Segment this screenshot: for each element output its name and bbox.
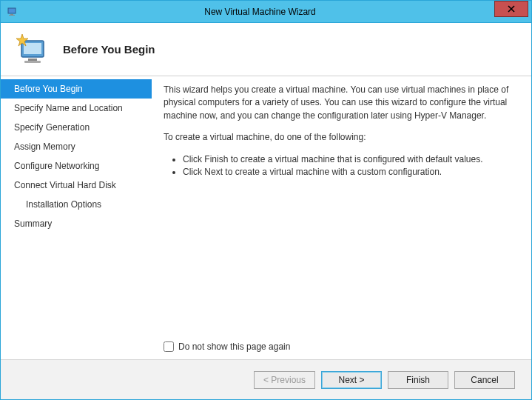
wizard-header: Before You Begin xyxy=(1,23,531,76)
intro-text: This wizard helps you create a virtual m… xyxy=(164,84,514,122)
step-installation-options[interactable]: Installation Options xyxy=(1,195,152,214)
window-title: New Virtual Machine Wizard xyxy=(0,7,531,17)
next-button[interactable]: Next > xyxy=(321,371,382,389)
wizard-content: This wizard helps you create a virtual m… xyxy=(152,76,531,359)
wizard-body: Before You Begin Specify Name and Locati… xyxy=(1,76,531,359)
svg-rect-6 xyxy=(24,43,41,54)
bullet-next: Click Next to create a virtual machine w… xyxy=(183,166,514,179)
wizard-window: New Virtual Machine Wizard Before You Be… xyxy=(0,0,532,400)
step-before-you-begin[interactable]: Before You Begin xyxy=(1,79,152,99)
instruction-text: To create a virtual machine, do one of t… xyxy=(164,131,514,144)
finish-button[interactable]: Finish xyxy=(388,371,448,389)
step-connect-virtual-hard-disk[interactable]: Connect Virtual Hard Disk xyxy=(1,176,152,195)
step-configure-networking[interactable]: Configure Networking xyxy=(1,156,152,176)
wizard-footer: < Previous Next > Finish Cancel xyxy=(1,359,531,399)
wizard-steps-sidebar: Before You Begin Specify Name and Locati… xyxy=(1,76,152,359)
do-not-show-row: Do not show this page again xyxy=(164,341,290,353)
svg-rect-8 xyxy=(24,61,41,63)
bullet-finish: Click Finish to create a virtual machine… xyxy=(183,153,514,166)
step-specify-name-location[interactable]: Specify Name and Location xyxy=(1,99,152,118)
cancel-button[interactable]: Cancel xyxy=(454,371,515,389)
previous-button: < Previous xyxy=(254,371,315,389)
step-specify-generation[interactable]: Specify Generation xyxy=(1,118,152,137)
step-assign-memory[interactable]: Assign Memory xyxy=(1,137,152,156)
svg-rect-7 xyxy=(28,59,37,61)
do-not-show-label[interactable]: Do not show this page again xyxy=(178,341,290,353)
step-summary[interactable]: Summary xyxy=(1,214,152,233)
titlebar: New Virtual Machine Wizard xyxy=(1,1,531,23)
monitor-star-icon xyxy=(14,32,50,67)
close-button[interactable] xyxy=(494,1,528,17)
instruction-list: Click Finish to create a virtual machine… xyxy=(164,153,514,179)
close-icon xyxy=(508,5,515,13)
do-not-show-checkbox[interactable] xyxy=(164,341,174,352)
page-title: Before You Begin xyxy=(63,43,155,56)
